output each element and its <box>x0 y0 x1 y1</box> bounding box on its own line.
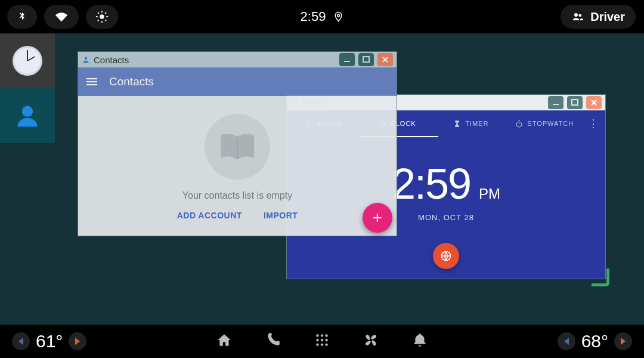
svg-point-32 <box>370 339 372 341</box>
svg-point-12 <box>22 106 33 117</box>
hamburger-menu[interactable] <box>86 78 97 85</box>
clock-icon <box>13 46 42 76</box>
clock-maximize-button[interactable] <box>567 96 583 109</box>
contacts-body: Your contacts list is empty ADD ACCOUNT … <box>78 96 397 220</box>
tab-stopwatch[interactable]: STOPWATCH <box>508 120 582 128</box>
minimize-icon <box>552 98 560 107</box>
svg-line-5 <box>98 13 99 14</box>
svg-point-31 <box>325 343 327 345</box>
contacts-empty-text: Your contacts list is empty <box>182 190 292 201</box>
stopwatch-icon <box>515 120 523 128</box>
contacts-window[interactable]: Contacts Contacts Your contacts list is … <box>78 51 397 236</box>
contacts-appbar: Contacts <box>78 67 397 96</box>
close-icon <box>590 98 598 107</box>
clock-minimize-button[interactable] <box>548 96 564 109</box>
contacts-appbar-title: Contacts <box>109 75 154 88</box>
clock-close-button[interactable] <box>586 96 602 109</box>
people-icon <box>571 11 584 22</box>
kebab-icon: ⋮ <box>588 117 599 130</box>
empty-book-icon <box>205 114 270 180</box>
person-icon <box>14 103 41 129</box>
person-small-icon <box>82 55 90 64</box>
triangle-right-icon <box>621 338 626 345</box>
contacts-window-title: Contacts <box>94 55 129 65</box>
triangle-left-icon <box>564 338 569 345</box>
contacts-maximize-button[interactable] <box>358 53 374 66</box>
temp-left-down[interactable] <box>12 332 30 350</box>
minimize-icon <box>343 55 351 64</box>
svg-point-9 <box>338 14 340 17</box>
maximize-icon <box>362 55 370 64</box>
svg-point-20 <box>85 57 88 60</box>
add-account-button[interactable]: ADD ACCOUNT <box>177 211 242 220</box>
svg-line-6 <box>105 20 106 21</box>
wifi-icon <box>54 11 69 23</box>
nav-fan[interactable] <box>363 332 379 350</box>
globe-icon <box>440 250 452 262</box>
nav-notifications[interactable] <box>412 332 428 350</box>
bluetooth-icon <box>17 10 27 23</box>
tab-stopwatch-label: STOPWATCH <box>527 120 574 127</box>
contacts-minimize-button[interactable] <box>339 53 355 66</box>
tab-timer[interactable]: TIMER <box>434 120 508 128</box>
import-button[interactable]: IMPORT <box>264 211 298 220</box>
svg-rect-21 <box>344 61 350 62</box>
add-contact-fab[interactable]: + <box>363 203 392 233</box>
svg-point-11 <box>579 14 582 17</box>
status-bar: 2:59 Driver <box>0 0 644 33</box>
svg-point-28 <box>325 339 327 341</box>
svg-point-26 <box>316 339 318 341</box>
wifi-button[interactable] <box>44 5 79 29</box>
svg-rect-22 <box>363 57 369 62</box>
svg-point-30 <box>321 343 323 345</box>
svg-point-29 <box>316 343 318 345</box>
nav-center <box>216 332 428 350</box>
temp-right-up[interactable] <box>614 332 632 350</box>
contacts-titlebar[interactable]: Contacts <box>78 52 397 67</box>
phone-icon <box>265 332 281 348</box>
bell-icon <box>412 332 428 348</box>
app-rail <box>0 33 55 325</box>
svg-point-10 <box>574 13 578 17</box>
brightness-button[interactable] <box>86 5 118 29</box>
close-icon <box>381 55 389 64</box>
fan-icon <box>363 332 379 348</box>
svg-point-23 <box>316 334 318 337</box>
location-icon <box>333 10 343 23</box>
svg-point-27 <box>321 339 323 341</box>
bottom-bar: 61° 68° <box>0 325 644 358</box>
contacts-close-button[interactable] <box>377 53 393 66</box>
svg-line-7 <box>98 20 99 21</box>
profile-label: Driver <box>590 10 625 24</box>
maximize-icon <box>571 98 579 107</box>
sun-icon <box>95 10 109 23</box>
svg-rect-14 <box>553 104 559 105</box>
hourglass-icon <box>453 120 461 128</box>
temp-right-value: 68° <box>581 331 608 351</box>
temp-right-down[interactable] <box>558 332 575 350</box>
svg-rect-15 <box>572 100 578 105</box>
triangle-left-icon <box>18 338 23 345</box>
apps-grid-icon <box>314 332 330 348</box>
world-clock-fab[interactable] <box>433 243 459 269</box>
clock-ampm: PM <box>479 186 500 202</box>
profile-button[interactable]: Driver <box>561 5 636 29</box>
svg-point-18 <box>516 122 522 127</box>
triangle-right-icon <box>75 338 80 345</box>
nav-apps[interactable] <box>314 332 330 350</box>
statusbar-time: 2:59 <box>301 9 326 24</box>
clock-overflow-menu[interactable]: ⋮ <box>581 117 605 130</box>
svg-line-8 <box>105 13 106 14</box>
nav-phone[interactable] <box>265 332 281 350</box>
home-icon <box>216 332 232 348</box>
nav-home[interactable] <box>216 332 232 350</box>
temp-left-value: 61° <box>36 331 63 351</box>
svg-point-25 <box>325 334 327 337</box>
rail-item-contacts[interactable] <box>0 88 55 143</box>
rail-item-clock[interactable] <box>0 33 55 88</box>
svg-point-0 <box>100 14 104 18</box>
temp-left-up[interactable] <box>69 332 86 350</box>
plus-icon: + <box>373 208 382 227</box>
clock-time: 2:59 <box>392 159 470 208</box>
bluetooth-button[interactable] <box>7 5 37 29</box>
